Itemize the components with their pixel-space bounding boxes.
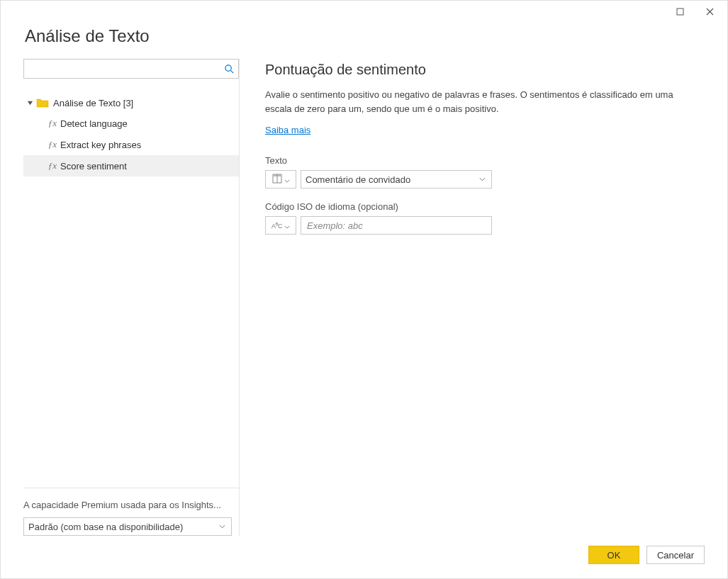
- iso-field-label: Código ISO de idioma (opcional): [265, 201, 705, 212]
- tree-item-extract-key-phrases[interactable]: ƒx Extract key phrases: [23, 134, 239, 155]
- learn-more-link[interactable]: Saiba mais: [265, 125, 705, 135]
- tree-item-label: Score sentiment: [60, 161, 127, 172]
- tree-root-label: Análise de Texto [3]: [53, 98, 133, 108]
- close-icon: [706, 8, 714, 16]
- cancel-button[interactable]: Cancelar: [646, 546, 705, 564]
- dialog-footer: OK Cancelar: [23, 536, 705, 564]
- tree-item-detect-language[interactable]: ƒx Detect language: [23, 113, 239, 134]
- fx-icon: ƒx: [45, 118, 60, 129]
- capacity-selected: Padrão (com base na disponibilidade): [28, 522, 217, 532]
- iso-input[interactable]: [301, 216, 492, 235]
- tree-root[interactable]: Análise de Texto [3]: [23, 93, 239, 113]
- capacity-label: A capacidade Premium usada para os Insig…: [23, 500, 232, 510]
- column-icon: [272, 174, 282, 186]
- fx-icon: ƒx: [45, 139, 60, 150]
- tree-item-label: Detect language: [60, 118, 128, 129]
- maximize-icon: [676, 8, 684, 16]
- search-input[interactable]: [24, 64, 220, 74]
- search-icon[interactable]: [220, 64, 238, 74]
- chevron-down-icon: [477, 177, 487, 181]
- text-column-selected: Comentário de convidado: [306, 174, 477, 185]
- left-pane: Análise de Texto [3] ƒx Detect language …: [23, 59, 240, 536]
- text-type-picker[interactable]: [265, 170, 296, 189]
- dialog-content: Análise de Texto: [1, 22, 727, 578]
- tree-item-label: Extract key phrases: [60, 140, 141, 150]
- svg-point-1: [225, 64, 230, 70]
- ok-button[interactable]: OK: [588, 546, 639, 564]
- chevron-down-icon: [217, 524, 227, 529]
- maximize-button[interactable]: [665, 1, 695, 21]
- iso-field-row: ABC: [265, 216, 705, 235]
- titlebar: [1, 1, 727, 22]
- chevron-down-icon: [284, 220, 290, 231]
- dialog-title: Análise de Texto: [25, 26, 705, 46]
- detail-title: Pontuação de sentimento: [265, 62, 705, 78]
- capacity-dropdown[interactable]: Padrão (com base na disponibilidade): [23, 517, 232, 536]
- text-column-dropdown[interactable]: Comentário de convidado: [301, 170, 492, 189]
- function-tree: Análise de Texto [3] ƒx Detect language …: [23, 93, 239, 482]
- svg-line-2: [230, 70, 233, 73]
- text-field-row: Comentário de convidado: [265, 170, 705, 189]
- chevron-down-icon: [284, 174, 290, 185]
- capacity-section: A capacidade Premium usada para os Insig…: [23, 488, 239, 536]
- folder-icon: [36, 98, 49, 108]
- chevron-down-icon: [25, 100, 35, 106]
- iso-type-picker[interactable]: ABC: [265, 216, 296, 235]
- detail-description: Avalie o sentimento positivo ou negativo…: [265, 88, 690, 116]
- dialog-window: Análise de Texto: [0, 0, 728, 579]
- close-button[interactable]: [695, 1, 724, 21]
- tree-item-score-sentiment[interactable]: ƒx Score sentiment: [23, 155, 239, 176]
- svg-rect-0: [677, 9, 683, 15]
- abc-icon: ABC: [271, 222, 282, 230]
- search-box[interactable]: [23, 59, 239, 79]
- dialog-body: Análise de Texto [3] ƒx Detect language …: [23, 59, 705, 536]
- fx-icon: ƒx: [45, 160, 60, 172]
- right-pane: Pontuação de sentimento Avalie o sentime…: [240, 59, 705, 536]
- text-field-label: Texto: [265, 155, 705, 166]
